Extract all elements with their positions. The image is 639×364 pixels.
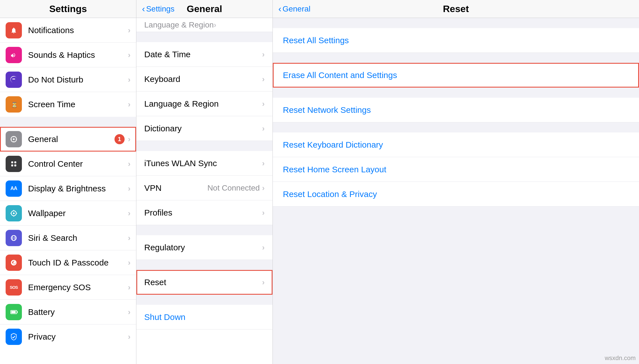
svg-rect-11	[14, 164, 16, 166]
partial-label: Language & Region	[144, 20, 214, 29]
general-item-keyboard[interactable]: Keyboard ›	[136, 67, 272, 91]
general-group-4: Reset ›	[136, 270, 272, 295]
general-group-1: Date & Time › Keyboard › Language & Regi…	[136, 42, 272, 141]
general-item-language[interactable]: Language & Region ›	[136, 91, 272, 116]
reset-header: ‹ General Reset	[273, 0, 639, 18]
battery-chevron: ›	[128, 308, 130, 317]
general-item-reset[interactable]: Reset ›	[136, 270, 272, 295]
vpn-label: VPN	[144, 183, 207, 193]
vpn-value: Not Connected	[207, 184, 260, 193]
screentime-icon: ⏳	[6, 96, 22, 113]
reset-item-erase-all[interactable]: Erase All Content and Settings	[273, 63, 639, 88]
reset-network-label: Reset Network Settings	[283, 105, 371, 115]
wallpaper-icon	[6, 205, 22, 221]
dnd-chevron: ›	[128, 75, 130, 84]
sidebar-item-controlcenter[interactable]: Control Center ›	[0, 152, 136, 176]
general-item-datetime[interactable]: Date & Time ›	[136, 42, 272, 67]
general-sep-0	[136, 32, 272, 42]
dictionary-label: Dictionary	[144, 124, 262, 133]
general-sep-2	[136, 225, 272, 235]
sidebar-item-privacy[interactable]: Privacy ›	[0, 324, 136, 349]
language-label: Language & Region	[144, 99, 262, 109]
itunes-chevron: ›	[262, 159, 265, 168]
sidebar-item-wallpaper[interactable]: Wallpaper ›	[0, 201, 136, 226]
settings-title: Settings	[49, 3, 87, 14]
general-title: General	[187, 3, 222, 14]
back-chevron-icon: ‹	[142, 4, 145, 14]
sidebar-item-notifications[interactable]: Notifications ›	[0, 18, 136, 43]
battery-label: Battery	[28, 307, 128, 317]
general-item-profiles[interactable]: Profiles ›	[136, 200, 272, 225]
siri-icon	[6, 230, 22, 246]
controlcenter-label: Control Center	[28, 159, 128, 169]
reset-item-network[interactable]: Reset Network Settings	[273, 98, 639, 122]
sidebar-item-sounds[interactable]: Sounds & Haptics ›	[0, 43, 136, 67]
svg-point-13	[13, 212, 15, 214]
sidebar-item-battery[interactable]: Battery ›	[0, 300, 136, 324]
reset-back-button[interactable]: ‹ General	[278, 4, 310, 14]
general-badge: 1	[114, 134, 125, 144]
reset-title: Reset	[443, 3, 469, 14]
reset-item-keyboard[interactable]: Reset Keyboard Dictionary	[273, 132, 639, 157]
settings-header: Settings	[0, 0, 136, 18]
settings-group-1: Notifications › Sounds & Haptics › Do No…	[0, 18, 136, 117]
sidebar-item-general[interactable]: General 1 ›	[0, 127, 136, 152]
settings-column: Settings Notifications › Sounds & Haptic…	[0, 0, 136, 364]
sidebar-item-display[interactable]: AA Display & Brightness ›	[0, 176, 136, 201]
general-list: Language & Region › Date & Time › Keyboa…	[136, 18, 272, 364]
reset-sep-1	[273, 53, 639, 63]
svg-rect-23	[11, 311, 16, 313]
privacy-label: Privacy	[28, 332, 128, 342]
general-item-regulatory[interactable]: Regulatory ›	[136, 235, 272, 260]
general-header: ‹ Settings General	[136, 0, 272, 18]
general-item-itunes[interactable]: iTunes WLAN Sync ›	[136, 151, 272, 176]
battery-icon	[6, 304, 22, 320]
general-sep-3	[136, 260, 272, 270]
display-label: Display & Brightness	[28, 184, 128, 193]
general-item-dictionary[interactable]: Dictionary ›	[136, 116, 272, 141]
shutdown-label: Shut Down	[144, 312, 265, 322]
reset-sep-top	[273, 18, 639, 28]
display-icon: AA	[6, 180, 22, 197]
emergencysos-chevron: ›	[128, 283, 130, 292]
general-item-vpn[interactable]: VPN Not Connected ›	[136, 176, 272, 200]
reset-all-settings-label: Reset All Settings	[283, 36, 349, 45]
svg-rect-9	[14, 161, 16, 163]
vpn-chevron: ›	[262, 184, 265, 193]
sidebar-item-siri[interactable]: Siri & Search ›	[0, 226, 136, 250]
itunes-label: iTunes WLAN Sync	[144, 159, 262, 168]
keyboard-label: Keyboard	[144, 74, 262, 84]
language-chevron: ›	[262, 99, 265, 108]
general-sep-4	[136, 295, 272, 305]
reset-chevron: ›	[262, 278, 265, 287]
svg-rect-8	[11, 161, 13, 163]
notifications-icon	[6, 22, 22, 38]
reset-column: ‹ General Reset Reset All Settings Erase…	[273, 0, 639, 364]
general-back-button[interactable]: ‹ Settings	[142, 4, 175, 14]
dnd-label: Do Not Disturb	[28, 75, 128, 84]
general-partial-item: Language & Region ›	[136, 18, 272, 32]
sidebar-item-emergencysos[interactable]: SOS Emergency SOS ›	[0, 275, 136, 300]
touchid-chevron: ›	[128, 258, 130, 267]
svg-text:⏳: ⏳	[11, 101, 18, 108]
reset-item-location[interactable]: Reset Location & Privacy	[273, 182, 639, 207]
reset-sep-3	[273, 122, 639, 132]
notifications-chevron: ›	[128, 26, 130, 35]
sidebar-item-screentime[interactable]: ⏳ Screen Time ›	[0, 92, 136, 117]
reset-sep-2	[273, 88, 639, 98]
reset-label: Reset	[144, 278, 262, 287]
sidebar-item-dnd[interactable]: Do Not Disturb ›	[0, 67, 136, 92]
controlcenter-chevron: ›	[128, 159, 130, 168]
general-column: ‹ Settings General Language & Region › D…	[136, 0, 273, 364]
dictionary-chevron: ›	[262, 124, 265, 133]
datetime-label: Date & Time	[144, 50, 262, 59]
touchid-label: Touch ID & Passcode	[28, 258, 128, 267]
settings-group-2: General 1 › Control Center › AA Display …	[0, 127, 136, 349]
reset-item-all-settings[interactable]: Reset All Settings	[273, 28, 639, 53]
reset-item-homescreen[interactable]: Reset Home Screen Layout	[273, 157, 639, 182]
general-icon	[6, 131, 22, 147]
sidebar-item-touchid[interactable]: Touch ID & Passcode ›	[0, 250, 136, 275]
general-item-shutdown[interactable]: Shut Down	[136, 305, 272, 329]
touchid-icon	[6, 255, 22, 271]
svg-rect-10	[11, 164, 13, 166]
